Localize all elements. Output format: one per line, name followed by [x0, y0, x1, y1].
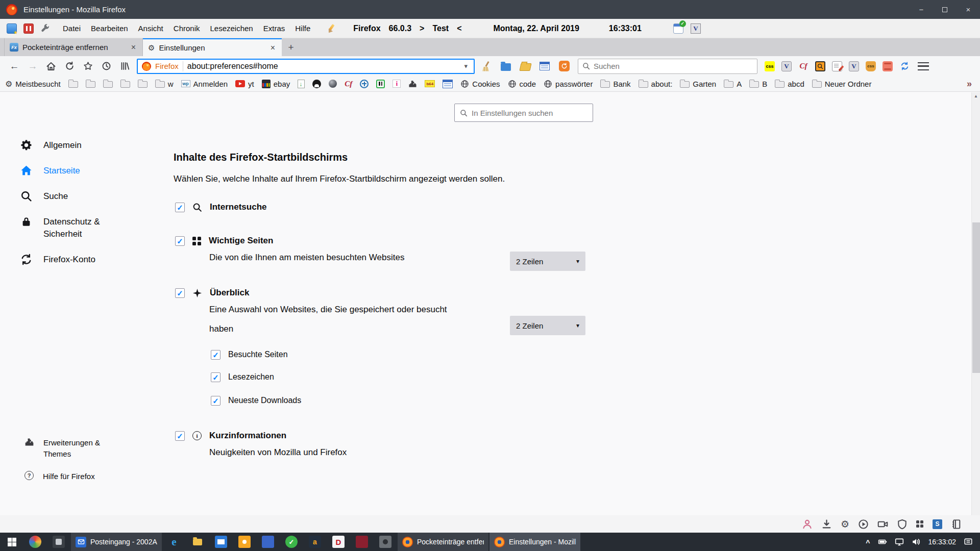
menu-extras[interactable]: Extras [258, 19, 290, 38]
library-button[interactable] [115, 58, 134, 74]
checkbox-neueste-downloads[interactable]: ✓ [211, 396, 220, 406]
calendar-icon[interactable] [23, 23, 34, 34]
taskbar-app-blue-2[interactable] [256, 533, 280, 551]
tab-close-icon[interactable]: × [269, 43, 277, 53]
url-dropdown-icon[interactable]: ▾ [462, 62, 470, 70]
scrollbar-thumb[interactable] [972, 222, 980, 373]
blue-sync-extension-icon[interactable] [899, 61, 910, 71]
magnifier-extension-icon[interactable] [815, 61, 825, 71]
bookmark-folder-a[interactable]: A [724, 80, 742, 88]
checkbox-internetsuche[interactable]: ✓ [175, 203, 185, 212]
checkbox-besuchte-seiten[interactable]: ✓ [211, 350, 220, 360]
bookmark-meistbesucht[interactable]: ⚙ Meistbesucht [5, 79, 61, 89]
menu-hamburger-icon[interactable] [918, 62, 929, 70]
taskbar-button-posteingang[interactable]: Posteingang - 2002An... [71, 533, 162, 551]
bookmark-folder[interactable] [138, 81, 148, 88]
taskbar-app-orange[interactable] [233, 533, 256, 551]
taskbar-app-tool[interactable] [47, 533, 70, 551]
history-button[interactable] [97, 58, 115, 74]
start-button[interactable] [0, 533, 23, 551]
bookmark-folder-abcd[interactable]: abcd [775, 80, 804, 88]
bookmark-github-icon[interactable] [312, 80, 321, 88]
v2-extension-icon[interactable]: V [849, 61, 859, 71]
grid-icon[interactable] [916, 520, 924, 528]
taskbar-app-photos[interactable] [23, 533, 47, 551]
notebook-icon[interactable] [951, 519, 962, 530]
taskbar-app-maroon[interactable] [350, 533, 374, 551]
person-icon[interactable] [802, 519, 813, 530]
action-center-icon[interactable] [964, 537, 973, 546]
taskbar-app-d[interactable]: D [327, 533, 350, 551]
gear-icon[interactable]: ⚙ [841, 518, 849, 530]
download-icon[interactable] [821, 519, 832, 530]
open-folder-button[interactable] [518, 60, 533, 73]
checkbox-lesezeichen[interactable]: ✓ [211, 372, 220, 382]
bookmark-table-icon[interactable] [443, 80, 453, 88]
edit-document-extension-icon[interactable] [832, 61, 842, 71]
bookmark-folder[interactable] [68, 81, 78, 88]
taskbar-app-edge[interactable]: e [162, 533, 186, 551]
battery-icon[interactable] [878, 537, 887, 546]
tab-einstellungen[interactable]: ⚙ Einstellungen × [143, 38, 282, 56]
css-shield-extension-icon[interactable]: css [866, 61, 876, 71]
s-app-icon[interactable]: S [933, 519, 942, 529]
taskbar-app-amazon[interactable]: a [303, 533, 327, 551]
v-extension-icon[interactable]: V [781, 61, 792, 71]
shield-icon[interactable] [897, 519, 908, 530]
home-button[interactable] [42, 58, 60, 74]
ueberblick-rows-select[interactable]: 2 Zeilen ▾ [510, 316, 585, 335]
reload-button[interactable] [60, 58, 79, 74]
camera-icon[interactable] [877, 519, 888, 530]
scrollbar-up-icon[interactable]: ▲ [972, 94, 980, 98]
bookmark-code[interactable]: code [508, 80, 536, 88]
pencil-icon[interactable] [327, 24, 336, 33]
bookmark-folder-b[interactable]: B [749, 80, 767, 88]
bookmark-ebay[interactable]: ebay [262, 80, 290, 88]
bookmark-telekom-icon[interactable]: i [393, 80, 401, 88]
menu-datei[interactable]: Datei [58, 19, 86, 38]
bookmark-green-bracket-icon[interactable] [376, 80, 385, 88]
minimize-button[interactable]: − [910, 0, 933, 19]
sidebar-item-hilfe[interactable]: ? Hilfe für Firefox [24, 471, 142, 482]
bookmark-folder-garten[interactable]: Garten [680, 80, 716, 88]
checkbox-kurzinformationen[interactable]: ✓ [175, 431, 185, 441]
bookmark-folder-neuer-ordner[interactable]: Neuer Ordner [812, 80, 872, 88]
blue-folder-button[interactable] [498, 60, 513, 73]
bookmark-folder-bank[interactable]: Bank [600, 80, 630, 88]
bookmark-wp-anmelden[interactable]: wp Anmelden [181, 80, 228, 88]
new-tab-button[interactable]: + [282, 38, 300, 56]
bookmark-cookies[interactable]: Cookies [460, 80, 500, 88]
network-monitor-icon[interactable] [895, 537, 904, 546]
bookmark-cf-icon[interactable]: Cf [345, 79, 352, 89]
bookmark-folder-w[interactable]: w [155, 80, 174, 88]
menu-ansicht[interactable]: Ansicht [133, 19, 168, 38]
wichtige-seiten-rows-select[interactable]: 2 Zeilen ▾ [510, 252, 585, 271]
tab-pocketeintraege[interactable]: Fx Pocketeinträge entfernen × [4, 38, 143, 56]
bookmark-youtube[interactable]: yt [235, 80, 254, 88]
url-bar[interactable]: Firefox ▾ [137, 59, 475, 74]
sidebar-item-startseite[interactable]: Startseite [20, 165, 148, 177]
bookmark-sphere-icon[interactable] [329, 80, 337, 88]
script-scroll-extension-icon[interactable] [883, 61, 893, 71]
forward-button[interactable]: → [23, 58, 42, 74]
orange-sync-button[interactable] [556, 60, 572, 73]
play-icon[interactable] [858, 519, 869, 530]
taskbar-app-camera[interactable] [374, 533, 397, 551]
sidebar-item-allgemein[interactable]: Allgemein [20, 139, 148, 152]
taskbar-app-explorer[interactable] [186, 533, 209, 551]
checkbox-ueberblick[interactable]: ✓ [175, 288, 185, 298]
close-button[interactable]: × [957, 0, 980, 19]
cf-extension-icon[interactable]: Cf [798, 61, 808, 71]
back-button[interactable]: ← [5, 58, 23, 74]
css-yellow-extension-icon[interactable]: css [765, 61, 775, 71]
taskbar-button-einstellungen[interactable]: Einstellungen - Mozill... [489, 533, 580, 551]
bookmark-star-button[interactable] [79, 58, 97, 74]
menu-hilfe[interactable]: Hilfe [290, 19, 315, 38]
restore-button[interactable] [933, 0, 957, 19]
hidden-icons-chevron[interactable]: ^ [866, 539, 870, 547]
wrench-icon[interactable] [40, 23, 51, 34]
bookmarks-overflow-chevron[interactable]: » [967, 79, 972, 89]
tab-close-icon[interactable]: × [130, 43, 137, 52]
bookmark-download-icon[interactable] [298, 80, 305, 88]
table-extension-button[interactable] [537, 60, 552, 73]
